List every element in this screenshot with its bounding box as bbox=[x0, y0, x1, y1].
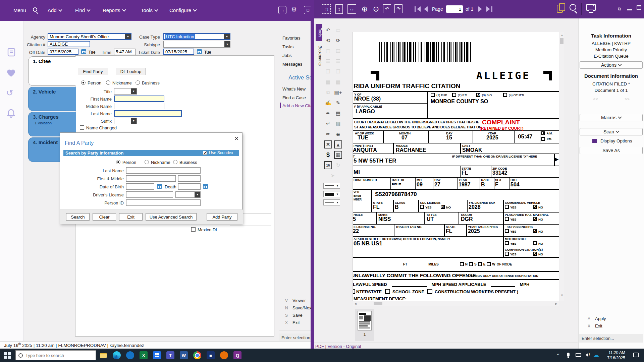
microphone-icon[interactable] bbox=[567, 353, 570, 357]
dropdown-arrow-icon[interactable]: ▼ bbox=[195, 192, 200, 197]
return-arrow-icon[interactable]: ↵ bbox=[324, 120, 332, 128]
excel-icon[interactable]: X bbox=[140, 351, 148, 359]
sidebar-item-whats-new[interactable]: What's New bbox=[282, 86, 306, 92]
menu-configure[interactable]: Configure bbox=[169, 7, 196, 13]
previous-document-button[interactable]: << bbox=[593, 97, 598, 102]
case-type-select[interactable]: UTC Infraction▼ bbox=[163, 33, 230, 40]
edge-icon[interactable] bbox=[113, 351, 121, 359]
clock[interactable]: 11:20 AM 7/16/2025 bbox=[604, 350, 625, 361]
mexico-dl-checkbox[interactable] bbox=[191, 227, 196, 232]
signature-line-icon[interactable]: ✎ bbox=[334, 99, 342, 107]
vertical-scrollbar[interactable]: ▲ ▼ bbox=[559, 32, 564, 301]
line-color-select[interactable]: ▼ bbox=[323, 191, 340, 197]
line-width-select[interactable]: ▼ bbox=[323, 199, 340, 205]
extract-page-icon[interactable]: ▤ bbox=[334, 47, 342, 55]
heart-icon[interactable] bbox=[6, 68, 16, 78]
dialog-death-input[interactable] bbox=[178, 183, 201, 190]
fit-height-icon[interactable]: ↕ bbox=[335, 4, 343, 14]
dollar-stamp-icon[interactable]: $ bbox=[324, 151, 332, 159]
fullscreen-icon[interactable]: ⧉ bbox=[616, 5, 623, 13]
calendar-icon[interactable] bbox=[203, 184, 208, 189]
cursor-icon[interactable]: ➤ bbox=[329, 172, 337, 180]
search-icon[interactable] bbox=[33, 7, 37, 12]
bell-icon[interactable] bbox=[7, 109, 15, 118]
calendar-icon[interactable] bbox=[197, 49, 202, 54]
fit-page-icon[interactable]: ▢ bbox=[322, 4, 331, 14]
pdf-version-link[interactable]: PDF | Version - Original bbox=[315, 344, 361, 349]
save-as-button[interactable]: Save As bbox=[580, 147, 643, 154]
chrome-icon[interactable] bbox=[193, 351, 201, 359]
actions-button[interactable]: Actions bbox=[580, 61, 643, 69]
file-explorer-icon[interactable] bbox=[99, 351, 107, 359]
tray-expand-icon[interactable]: ⌃ bbox=[556, 353, 560, 358]
start-button[interactable] bbox=[4, 352, 11, 359]
shortcut-save-next[interactable]: Save/Next bbox=[292, 305, 313, 310]
scroll-left-arrow[interactable]: ◀ bbox=[354, 302, 357, 305]
app-icon-dark-blue[interactable]: ■ bbox=[207, 351, 215, 359]
add-note-icon[interactable]: ✍ bbox=[324, 99, 332, 107]
history-icon[interactable]: ↺ bbox=[6, 88, 13, 98]
scroll-down-arrow[interactable]: ▼ bbox=[560, 294, 564, 297]
dropdown-arrow-icon[interactable]: ▼ bbox=[125, 34, 131, 39]
search-input[interactable] bbox=[25, 353, 89, 358]
scroll-up-arrow[interactable]: ▲ bbox=[560, 34, 564, 37]
enter-selection-input[interactable]: Enter selection... bbox=[579, 334, 643, 343]
agency-select[interactable]: Monroe County Sheriff's Office▼ bbox=[48, 33, 131, 40]
menu-reports[interactable]: Reports bbox=[103, 7, 125, 13]
suffix-select[interactable]: ▼ bbox=[114, 118, 137, 124]
shortcut-save[interactable]: Save bbox=[292, 313, 303, 318]
apply-action[interactable]: Apply bbox=[595, 316, 606, 321]
dialog-first-name-input[interactable] bbox=[126, 175, 176, 182]
calendar-icon[interactable] bbox=[157, 184, 162, 189]
dropdown-arrow-icon[interactable]: ▼ bbox=[224, 41, 230, 47]
scan-button[interactable]: Scan bbox=[580, 128, 643, 135]
next-page-button[interactable] bbox=[478, 6, 482, 13]
despeckle-icon[interactable]: ▩ bbox=[334, 78, 342, 86]
sign-pen-icon[interactable]: ✒ bbox=[324, 109, 332, 117]
split-lines-icon[interactable]: ☰ bbox=[324, 57, 332, 65]
title-select[interactable]: ▼ bbox=[114, 88, 137, 95]
settings-gear-icon[interactable]: ⚙ bbox=[291, 6, 297, 13]
page-thumbnail[interactable] bbox=[358, 311, 372, 330]
dropdown-arrow-icon[interactable]: ▼ bbox=[131, 88, 137, 94]
nickname-radio[interactable] bbox=[106, 80, 110, 85]
zoom-out-icon[interactable]: ⊖ bbox=[372, 4, 380, 14]
dialog-business-radio[interactable] bbox=[173, 160, 177, 164]
app-icon-orange[interactable] bbox=[220, 351, 228, 359]
calendar-stamp-icon[interactable]: ▦ bbox=[334, 151, 342, 159]
shortcut-exit[interactable]: Exit bbox=[292, 320, 300, 325]
despeckle-icon[interactable]: ▩ bbox=[324, 78, 332, 86]
app-icon-blue-grid[interactable] bbox=[153, 351, 161, 359]
taskbar-search-box[interactable] bbox=[15, 350, 96, 360]
duplicate-icon[interactable]: ⧉ bbox=[324, 88, 332, 97]
dialog-person-radio[interactable] bbox=[116, 160, 120, 164]
middle-name-input[interactable] bbox=[114, 103, 164, 109]
use-soundex-checkbox[interactable] bbox=[203, 151, 207, 155]
last-page-button[interactable] bbox=[486, 6, 492, 12]
minimize-icon[interactable] bbox=[627, 9, 632, 10]
action-center-icon[interactable] bbox=[633, 353, 639, 357]
rotate-right-icon[interactable]: ⟳ bbox=[334, 37, 342, 45]
pages-icon[interactable] bbox=[557, 5, 563, 13]
tab-citee[interactable]: 1. Citee bbox=[28, 56, 76, 86]
scrollbar-thumb[interactable] bbox=[374, 302, 382, 305]
first-page-button[interactable] bbox=[415, 6, 421, 12]
speaker-icon[interactable]: ) bbox=[586, 353, 588, 357]
add-party-button[interactable]: Add Party bbox=[207, 213, 237, 221]
onedrive-cloud-icon[interactable]: ☁ bbox=[593, 351, 599, 359]
undo-icon[interactable]: ↶ bbox=[324, 26, 332, 34]
calendar-icon[interactable] bbox=[81, 49, 86, 54]
search-button[interactable]: Search bbox=[66, 213, 90, 221]
dialog-dob-input[interactable] bbox=[126, 183, 154, 190]
delete-page-icon[interactable]: ▢ bbox=[324, 47, 332, 55]
dialog-dl-state-select[interactable]: ▼ bbox=[175, 191, 201, 198]
subtype-select[interactable]: ▼ bbox=[163, 41, 230, 48]
maximize-icon[interactable] bbox=[637, 5, 641, 10]
menu-find[interactable]: Find bbox=[75, 7, 90, 13]
tab-vehicle[interactable]: 2. Vehicle bbox=[28, 87, 76, 111]
business-radio[interactable] bbox=[136, 80, 140, 85]
off-date-input[interactable]: 07/15/2025 bbox=[48, 49, 78, 55]
sidebar-item-favorites[interactable]: Favorites bbox=[282, 36, 300, 41]
macros-button[interactable]: Macros bbox=[580, 114, 643, 121]
sidebar-item-tasks[interactable]: Tasks bbox=[282, 44, 293, 49]
